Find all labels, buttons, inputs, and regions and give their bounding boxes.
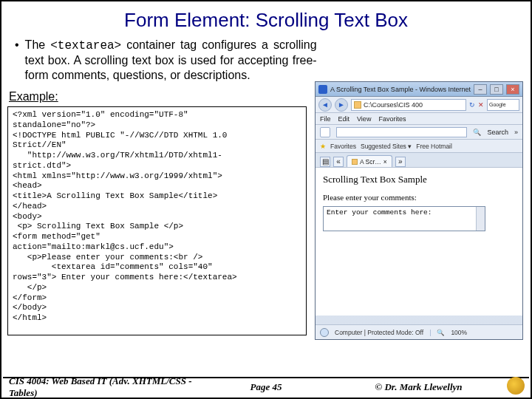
google-search-input[interactable] (336, 127, 467, 137)
menu-edit[interactable]: Edit (338, 115, 350, 123)
tab-next-button[interactable]: » (395, 157, 406, 167)
window-titlebar: A Scrolling Text Box Sample - Windows In… (316, 82, 522, 97)
folder-icon (354, 101, 361, 109)
suggested-sites-link[interactable]: Suggested Sites ▾ (361, 143, 412, 150)
google-icon[interactable] (320, 127, 330, 137)
status-mode: Computer | Protected Mode: Off (335, 329, 423, 336)
search-icon[interactable]: 🔍 (473, 129, 481, 136)
bullet-row: • The <textarea> container tag configure… (1, 38, 531, 83)
scrollbar[interactable] (476, 207, 485, 231)
address-text: C:\Courses\CIS 400 (364, 101, 423, 109)
tab-active[interactable]: A Scr… × (347, 155, 392, 167)
ucf-logo-icon (507, 377, 525, 395)
page-favicon-icon (352, 159, 358, 165)
zoom-level[interactable]: 100% (451, 329, 467, 336)
search-provider-box[interactable]: Google (487, 99, 519, 111)
zoom-icon[interactable]: 🔍 (437, 329, 445, 336)
back-button[interactable]: ◄ (318, 98, 332, 112)
bullet-pre: The (25, 38, 51, 51)
menu-favorites[interactable]: Favorites (378, 115, 406, 123)
tab-prev-button[interactable]: « (333, 157, 344, 167)
free-hotmail-link[interactable]: Free Hotmail (416, 143, 452, 150)
tab-label: A Scr… (360, 158, 381, 166)
favorites-bar: ★ Favorites Suggested Sites ▾ Free Hotma… (316, 140, 522, 153)
google-toolbar: 🔍 Search » (316, 125, 522, 140)
slide-container: Form Element: Scrolling Text Box • The <… (0, 0, 532, 399)
chevron-right-icon[interactable]: » (514, 129, 518, 136)
separator: | (429, 329, 431, 336)
arrow-left-icon: ◄ (321, 100, 329, 109)
favorites-label[interactable]: Favorites (330, 143, 356, 150)
footer-course: CIS 4004: Web Based IT (Adv. XHTML/CSS -… (9, 375, 218, 399)
stop-icon[interactable]: ✕ (478, 101, 484, 109)
footer-page: Page 45 (218, 381, 314, 393)
nav-toolbar: ◄ ► C:\Courses\CIS 400 ↻ ✕ Google (316, 97, 522, 113)
close-button[interactable]: × (506, 84, 519, 95)
google-label: Google (489, 102, 506, 107)
footer-author: © Dr. Mark Llewellyn (314, 381, 523, 393)
tab-close-icon[interactable]: × (383, 158, 387, 166)
tab-bar: ▤ « A Scr… × » (316, 153, 522, 168)
tab-list-button[interactable]: ▤ (320, 157, 330, 167)
star-icon[interactable]: ★ (320, 143, 326, 150)
slide-footer: CIS 4004: Web Based IT (Adv. XHTML/CSS -… (3, 377, 529, 396)
menu-bar: File Edit View Favorites (316, 113, 522, 125)
status-bar: Computer | Protected Mode: Off | 🔍 100% (316, 324, 522, 339)
address-bar[interactable]: C:\Courses\CIS 400 (351, 99, 466, 111)
minimize-button[interactable]: – (474, 84, 487, 95)
ie-favicon-icon (318, 85, 327, 94)
textarea-tag-literal: <textarea> (50, 39, 121, 52)
window-title: A Scrolling Text Box Sample - Windows In… (330, 86, 471, 93)
bullet-text: The <textarea> container tag configures … (25, 38, 317, 83)
search-label: Search (487, 129, 508, 136)
arrow-right-icon: ► (338, 100, 345, 109)
page-content: Scrolling Text Box Sample Please enter y… (316, 168, 522, 316)
menu-view[interactable]: View (357, 115, 371, 123)
slide-title: Form Element: Scrolling Text Box (1, 9, 531, 32)
refresh-icon[interactable]: ↻ (469, 101, 475, 109)
textarea-value: Enter your comments here: (327, 208, 432, 216)
page-heading: Scrolling Text Box Sample (323, 174, 515, 185)
browser-screenshot: A Scrolling Text Box Sample - Windows In… (315, 81, 523, 340)
forward-button[interactable]: ► (335, 98, 348, 112)
code-sample: <?xml version="1.0" encoding="UTF-8" sta… (7, 106, 307, 335)
page-prompt: Please enter your comments: (323, 193, 515, 202)
globe-icon (320, 328, 329, 337)
menu-file[interactable]: File (320, 115, 331, 123)
bullet-marker: • (15, 38, 19, 83)
maximize-button[interactable]: □ (490, 84, 503, 95)
comments-textarea[interactable]: Enter your comments here: (323, 206, 485, 231)
